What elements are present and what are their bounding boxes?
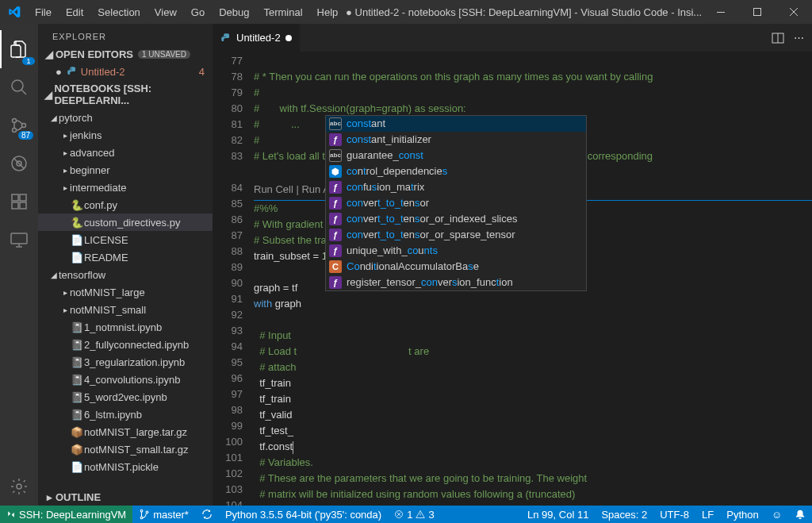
- menu-debug[interactable]: Debug: [212, 6, 256, 18]
- title-bar: File Edit Selection View Go Debug Termin…: [0, 0, 812, 24]
- notifications-icon[interactable]: [788, 509, 812, 521]
- tree-label: notMNIST_large.tar.gz: [84, 426, 208, 438]
- svg-point-18: [146, 511, 148, 513]
- tree-label: custom_directives.py: [84, 217, 208, 229]
- svg-point-13: [17, 484, 21, 489]
- tree-label: 1_notmnist.ipynb: [84, 321, 208, 333]
- python-interpreter[interactable]: Python 3.5.5 64-bit ('py35': conda): [219, 509, 388, 521]
- tree-label: LICENSE: [84, 234, 208, 246]
- file-notebook[interactable]: 📓3_regularization.ipynb: [38, 353, 213, 371]
- tab-bar: Untitled-2 ⋯: [213, 24, 812, 52]
- code-content[interactable]: # * Then you can run the operations on t…: [254, 52, 812, 506]
- encoding[interactable]: UTF-8: [653, 509, 695, 521]
- tree-label: 5_word2vec.ipynb: [84, 391, 208, 403]
- folder-beginner[interactable]: ▸beginner: [38, 161, 213, 179]
- folder-intermediate[interactable]: ▸intermediate: [38, 179, 213, 196]
- svg-rect-1: [754, 9, 761, 16]
- settings-icon[interactable]: [0, 467, 38, 506]
- close-button[interactable]: [776, 0, 812, 24]
- menu-help[interactable]: Help: [310, 6, 346, 18]
- folder-notmnist-small[interactable]: ▸notMNIST_small: [38, 301, 213, 318]
- autocomplete-item[interactable]: ƒconvert_to_tensor_or_sparse_tensor: [326, 227, 586, 243]
- code-editor[interactable]: 77787980818283 8485868788899091929394959…: [213, 52, 812, 506]
- menu-selection[interactable]: Selection: [90, 6, 147, 18]
- menu-edit[interactable]: Edit: [59, 6, 90, 18]
- editor-tab[interactable]: Untitled-2: [213, 24, 301, 52]
- git-branch[interactable]: master*: [132, 509, 195, 521]
- folder-jenkins[interactable]: ▸jenkins: [38, 126, 213, 144]
- menu-terminal[interactable]: Terminal: [256, 6, 309, 18]
- minimize-button[interactable]: [703, 0, 739, 24]
- problems-indicator[interactable]: 1 3: [388, 509, 440, 521]
- file-notebook[interactable]: 📓1_notmnist.ipynb: [38, 318, 213, 336]
- file-readme[interactable]: 📄README: [38, 248, 213, 266]
- outline-section[interactable]: ▸OUTLINE: [38, 489, 213, 506]
- autocomplete-item[interactable]: ƒconvert_to_tensor_or_indexed_slices: [326, 211, 586, 227]
- file-notebook[interactable]: 📓2_fullyconnected.ipynb: [38, 336, 213, 353]
- autocomplete-item[interactable]: abcguarantee_const: [326, 148, 586, 163]
- folder-tensorflow[interactable]: ◢tensorflow: [38, 266, 213, 283]
- file-notebook[interactable]: 📓4_convolutions.ipynb: [38, 371, 213, 388]
- file-custom-directives[interactable]: 🐍custom_directives.py: [38, 213, 213, 231]
- maximize-button[interactable]: [739, 0, 776, 24]
- menu-go[interactable]: Go: [184, 6, 212, 18]
- more-actions-icon[interactable]: ⋯: [794, 32, 804, 44]
- svg-point-17: [140, 517, 143, 519]
- autocomplete-item[interactable]: ⬢control_dependencies: [326, 163, 586, 179]
- split-editor-icon[interactable]: [772, 32, 784, 44]
- open-editor-item[interactable]: ● Untitled-2 4: [38, 63, 213, 80]
- python-file-icon: [220, 33, 232, 44]
- archive-icon: 📦: [70, 444, 84, 456]
- sidebar-title: EXPLORER: [38, 24, 213, 46]
- file-pickle[interactable]: 📄notMNIST.pickle: [38, 458, 213, 475]
- autocomplete-item[interactable]: CConditionalAccumulatorBase: [326, 259, 586, 275]
- folder-notmnist-large[interactable]: ▸notMNIST_large: [38, 283, 213, 301]
- file-license[interactable]: 📄LICENSE: [38, 231, 213, 248]
- svg-rect-11: [20, 194, 26, 201]
- autocomplete-item[interactable]: ƒunique_with_counts: [326, 243, 586, 259]
- remote-indicator[interactable]: SSH: DeepLearningVM: [0, 506, 132, 523]
- file-archive[interactable]: 📦notMNIST_small.tar.gz: [38, 440, 213, 458]
- file-notebook[interactable]: 📓5_word2vec.ipynb: [38, 388, 213, 406]
- file-archive[interactable]: 📦notMNIST_large.tar.gz: [38, 423, 213, 440]
- cursor-position[interactable]: Ln 99, Col 11: [521, 509, 595, 521]
- extensions-view-icon[interactable]: [0, 183, 38, 221]
- autocomplete-item[interactable]: ƒregister_tensor_conversion_function: [326, 275, 586, 290]
- workspace-section[interactable]: ◢NOTEBOOKS [SSH: DEEPLEARNI...: [38, 80, 213, 109]
- notebook-icon: 📓: [70, 409, 84, 421]
- svg-rect-10: [20, 202, 26, 209]
- scm-view-icon[interactable]: 87: [0, 106, 38, 144]
- language-mode[interactable]: Python: [720, 509, 764, 521]
- autocomplete-item[interactable]: ƒconstant_initializer: [326, 132, 586, 148]
- indentation[interactable]: Spaces: 2: [595, 509, 653, 521]
- explorer-view-icon[interactable]: 1: [0, 30, 38, 68]
- file-conf[interactable]: 🐍conf.py: [38, 196, 213, 213]
- search-view-icon[interactable]: [0, 68, 38, 106]
- activity-bar: 1 87: [0, 24, 38, 506]
- svg-rect-12: [11, 233, 27, 244]
- vscode-icon: [0, 6, 28, 18]
- file-icon: 📄: [70, 461, 84, 473]
- tree-label: tensorflow: [59, 269, 208, 281]
- folder-pytorch[interactable]: ◢pytorch: [38, 109, 213, 126]
- menu-file[interactable]: File: [28, 6, 59, 18]
- eol[interactable]: LF: [695, 509, 720, 521]
- remote-view-icon[interactable]: [0, 221, 38, 259]
- tree-label: notMNIST_small: [70, 304, 208, 316]
- python-file-icon: 🐍: [70, 217, 84, 229]
- feedback-icon[interactable]: ☺: [765, 509, 788, 521]
- debug-view-icon[interactable]: [0, 144, 38, 183]
- status-bar: SSH: DeepLearningVM master* Python 3.5.5…: [0, 506, 812, 523]
- file-notebook[interactable]: 📓6_lstm.ipynb: [38, 406, 213, 423]
- autocomplete-item[interactable]: ƒconfusion_matrix: [326, 179, 586, 195]
- tree-label: notMNIST.pickle: [84, 461, 208, 473]
- notebook-icon: 📓: [70, 339, 84, 351]
- menu-view[interactable]: View: [147, 6, 184, 18]
- autocomplete-popup[interactable]: abcconstantƒconstant_initializerabcguara…: [325, 115, 587, 291]
- open-editors-section[interactable]: ◢OPEN EDITORS 1 UNSAVED: [38, 46, 213, 63]
- autocomplete-item[interactable]: abcconstant: [326, 116, 586, 132]
- folder-advanced[interactable]: ▸advanced: [38, 144, 213, 161]
- tree-label: intermediate: [70, 182, 208, 194]
- sync-button[interactable]: [195, 509, 219, 520]
- autocomplete-item[interactable]: ƒconvert_to_tensor: [326, 195, 586, 211]
